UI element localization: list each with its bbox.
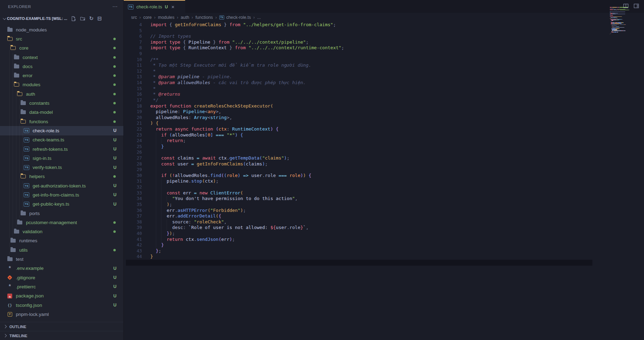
minimap-line xyxy=(625,30,626,31)
tree-file-row[interactable]: .gitignoreU xyxy=(0,273,123,282)
tree-folder-row[interactable]: runtimes xyxy=(0,236,123,245)
breadcrumb-item[interactable]: core xyxy=(143,15,152,20)
code-area: 4import { getInfoFromClaims } from "../h… xyxy=(124,22,644,340)
breadcrumb-item[interactable]: auth xyxy=(181,15,189,20)
breadcrumb-item[interactable]: TScheck-role.ts xyxy=(219,15,251,20)
outline-label: OUTLINE xyxy=(9,325,26,329)
tree-folder-row[interactable]: error xyxy=(0,71,123,80)
tree-file-row[interactable]: *.env.exampleU xyxy=(0,264,123,273)
tree-item-label: pcustomer-management xyxy=(26,220,77,225)
tree-folder-row[interactable]: auth xyxy=(0,89,123,98)
code-line-text: }; xyxy=(142,248,161,254)
tree-folder-row[interactable]: modules xyxy=(0,80,123,89)
line-number: 33 xyxy=(124,190,142,196)
code-line-text: ); xyxy=(142,202,172,208)
breadcrumb-separator: › xyxy=(177,15,178,20)
breadcrumb-item[interactable]: ... xyxy=(257,15,260,20)
explorer-more-icon[interactable]: ⋯ xyxy=(112,3,118,10)
git-modified-dot xyxy=(113,111,116,113)
code-line-text: * @param pipeline - pipeline. xyxy=(142,74,232,80)
tree-indent-guide xyxy=(23,145,23,154)
tree-folder-row[interactable]: constants xyxy=(0,98,123,108)
line-number: 32 xyxy=(124,184,142,190)
tree-folder-row[interactable]: utils xyxy=(0,245,123,254)
tree-folder-row[interactable]: validation xyxy=(0,227,123,236)
git-untracked-badge: U xyxy=(113,284,116,289)
line-number: 21 xyxy=(124,120,142,126)
tree-item-label: core xyxy=(19,45,28,51)
tree-folder-row[interactable]: context xyxy=(0,53,123,62)
tree-file-row[interactable]: Ypnpm-lock.yaml xyxy=(0,310,123,319)
minimap[interactable] xyxy=(609,7,641,37)
breadcrumb-label: src xyxy=(131,15,137,20)
tree-item-label: .prettierrc xyxy=(16,284,36,289)
tree-file-row[interactable]: TSverify-token.tsU xyxy=(0,163,123,172)
tree-folder-row[interactable]: core xyxy=(0,44,123,53)
tree-item-label: ports xyxy=(29,211,40,216)
tree-folder-row[interactable]: helpers xyxy=(0,172,123,181)
new-file-icon[interactable] xyxy=(71,16,76,21)
breadcrumb-item[interactable]: src xyxy=(131,15,137,20)
tree-file-row[interactable]: TScheck-teams.tsU xyxy=(0,135,123,145)
line-number: 17 xyxy=(124,97,142,103)
tree-indent-guide xyxy=(13,154,13,163)
tree-item-label: constants xyxy=(29,101,50,106)
tree-indent-guide xyxy=(16,108,16,117)
tree-file-row[interactable]: TScheck-role.tsU xyxy=(0,126,123,135)
code-line-text: */ xyxy=(142,97,158,103)
tree-indent-guide xyxy=(19,172,20,181)
code-line-text: }); xyxy=(142,231,175,237)
collapse-folders-icon[interactable]: ⊟ xyxy=(97,16,102,21)
outline-section-header[interactable]: OUTLINE xyxy=(0,322,123,331)
tree-file-row[interactable]: npackage.jsonU xyxy=(0,291,123,301)
code-line: 11 * Tạo một Step Executor mới để kiểm t… xyxy=(124,62,644,68)
breadcrumb-label: functions xyxy=(196,15,213,20)
tree-folder-row[interactable]: node_modules xyxy=(0,25,123,34)
tab-check-role[interactable]: TS check-role.ts U × xyxy=(124,0,185,13)
code-line: 41 return ctx.sendJson(err); xyxy=(124,237,644,243)
minimap-line xyxy=(618,32,618,32)
line-number: 39 xyxy=(124,225,142,231)
minimap-line xyxy=(618,18,618,19)
line-number: 41 xyxy=(124,237,142,243)
code-line: 45 xyxy=(124,260,644,266)
breadcrumb-item[interactable]: functions xyxy=(196,15,213,20)
tree-file-row[interactable]: {}tsconfig.jsonU xyxy=(0,301,123,310)
tree-item-label: test xyxy=(16,257,24,262)
tree-folder-row[interactable]: data-model xyxy=(0,108,123,117)
explorer-section-header[interactable]: COGNITO-EXAMPLE-TS [WSL: ... ↻ ⊟ xyxy=(0,13,123,24)
git-modified-dot xyxy=(113,56,116,59)
new-folder-icon[interactable] xyxy=(80,16,85,21)
tree-indent-guide xyxy=(9,190,10,199)
tree-folder-row[interactable]: pcustomer-management xyxy=(0,218,123,227)
tree-item-label: modules xyxy=(23,82,40,87)
tree-folder-row[interactable]: test xyxy=(0,254,123,264)
line-number: 38 xyxy=(124,219,142,225)
tree-indent-guide xyxy=(13,108,13,117)
minimap-line xyxy=(611,21,611,22)
git-untracked-badge: U xyxy=(113,202,116,207)
tab-close-icon[interactable]: × xyxy=(171,4,174,10)
tree-file-row[interactable]: TSrefresh-tokens.tsU xyxy=(0,145,123,154)
folder-open-icon xyxy=(17,91,23,97)
tree-folder-row[interactable]: docs xyxy=(0,62,123,71)
refresh-icon[interactable]: ↻ xyxy=(89,16,94,21)
tree-item-label: error xyxy=(23,73,33,78)
breadcrumb-item[interactable]: modules xyxy=(158,15,174,20)
timeline-section-header[interactable]: TIMELINE xyxy=(0,331,123,340)
tree-item-label: auth xyxy=(26,91,35,97)
line-number: 6 xyxy=(124,34,142,39)
line-number: 36 xyxy=(124,208,142,214)
tree-file-row[interactable]: TSget-public-keys.tsU xyxy=(0,200,123,209)
tree-file-row[interactable]: TSsign-in.tsU xyxy=(0,154,123,163)
tree-file-row[interactable]: TSget-info-from-claims.tsU xyxy=(0,190,123,199)
breadcrumb-separator: › xyxy=(154,15,156,20)
tree-folder-row[interactable]: src xyxy=(0,34,123,43)
typescript-file-icon: TS xyxy=(24,128,30,133)
tree-folder-row[interactable]: ports xyxy=(0,209,123,218)
tree-folder-row[interactable]: functions xyxy=(0,117,123,126)
tree-file-row[interactable]: TSget-authorization-token.tsU xyxy=(0,181,123,190)
code-line: 22 return async function (ctx: RuntimeCo… xyxy=(124,126,644,132)
code-line: 5 xyxy=(124,28,644,34)
tree-file-row[interactable]: *.prettierrcU xyxy=(0,282,123,291)
